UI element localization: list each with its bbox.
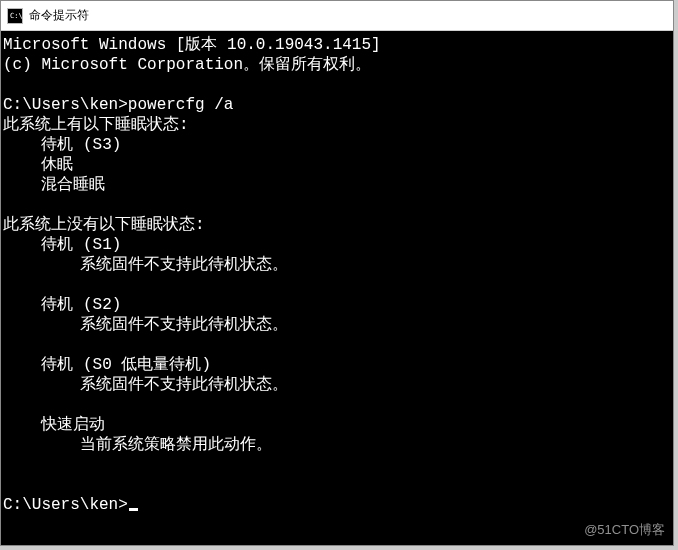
terminal-prompt[interactable]: C:\Users\ken> — [3, 495, 671, 515]
terminal-line — [3, 335, 671, 355]
terminal-line: 系统固件不支持此待机状态。 — [3, 315, 671, 335]
cmd-icon: C:\ — [7, 8, 23, 24]
terminal-line: (c) Microsoft Corporation。保留所有权利。 — [3, 55, 671, 75]
window-title: 命令提示符 — [29, 7, 89, 24]
terminal-output[interactable]: Microsoft Windows [版本 10.0.19043.1415](c… — [1, 31, 673, 545]
terminal-line — [3, 395, 671, 415]
terminal-line: 此系统上没有以下睡眠状态: — [3, 215, 671, 235]
terminal-line: 系统固件不支持此待机状态。 — [3, 255, 671, 275]
titlebar[interactable]: C:\ 命令提示符 — [1, 1, 673, 31]
terminal-line: 快速启动 — [3, 415, 671, 435]
terminal-line: 休眠 — [3, 155, 671, 175]
cursor — [129, 508, 138, 511]
cmd-window: C:\ 命令提示符 Microsoft Windows [版本 10.0.190… — [0, 0, 674, 546]
terminal-line: 待机 (S2) — [3, 295, 671, 315]
terminal-line: 待机 (S0 低电量待机) — [3, 355, 671, 375]
terminal-line — [3, 275, 671, 295]
terminal-line — [3, 455, 671, 475]
terminal-line — [3, 75, 671, 95]
terminal-line: 系统固件不支持此待机状态。 — [3, 375, 671, 395]
terminal-line: 待机 (S1) — [3, 235, 671, 255]
terminal-line: 待机 (S3) — [3, 135, 671, 155]
terminal-line — [3, 195, 671, 215]
terminal-line: 此系统上有以下睡眠状态: — [3, 115, 671, 135]
terminal-line: 混合睡眠 — [3, 175, 671, 195]
terminal-line: 当前系统策略禁用此动作。 — [3, 435, 671, 455]
terminal-line — [3, 475, 671, 495]
terminal-line: Microsoft Windows [版本 10.0.19043.1415] — [3, 35, 671, 55]
svg-text:C:\: C:\ — [10, 12, 23, 20]
terminal-line: C:\Users\ken>powercfg /a — [3, 95, 671, 115]
